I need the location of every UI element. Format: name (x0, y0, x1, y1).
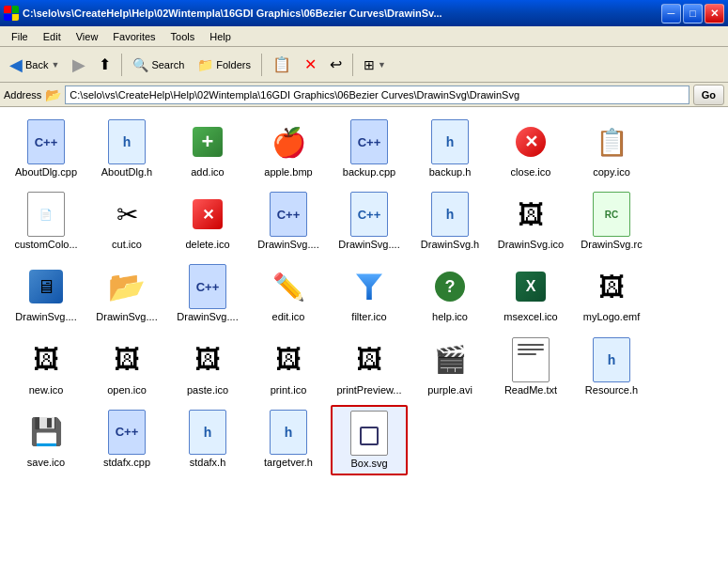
undo-button[interactable]: ↩ (324, 51, 348, 79)
file-item[interactable]: ✕ close.ico (492, 115, 569, 183)
file-item[interactable]: 💾save.ico (8, 405, 85, 475)
file-item[interactable]: 🖥 DrawinSvg.... (8, 259, 85, 328)
file-item[interactable]: C++ DrawinSvg.... (169, 259, 246, 328)
menu-file[interactable]: File (4, 29, 36, 44)
file-icon: ✕ (508, 119, 553, 164)
window-title: C:\selo\vs\CreateHelp\Help\02Wintempla\1… (23, 8, 661, 19)
file-label: msexcel.ico (503, 311, 557, 323)
file-item[interactable]: ✕ delete.ico (169, 187, 246, 256)
file-item[interactable]: h AboutDlg.h (88, 115, 165, 183)
file-item[interactable]: filter.ico (331, 259, 408, 328)
close-button[interactable]: ✕ (705, 4, 724, 23)
file-icon: 🎬 (427, 337, 472, 382)
file-label: AboutDlg.h (101, 166, 152, 179)
title-bar: C:\selo\vs\CreateHelp\Help\02Wintempla\1… (0, 0, 728, 26)
file-icon: ✕ (185, 192, 230, 237)
file-label: open.ico (107, 384, 147, 396)
file-item[interactable]: 🖼DrawinSvg.ico (492, 187, 569, 256)
file-item[interactable]: ✏️ edit.ico (250, 259, 327, 328)
file-item[interactable]: C++ backup.cpp (331, 115, 408, 183)
back-dropdown-icon: ▼ (51, 60, 59, 70)
folders-label: Folders (216, 59, 251, 70)
file-item[interactable]: h Resource.h (573, 333, 650, 401)
file-label: new.ico (29, 384, 64, 396)
file-label: delete.ico (185, 239, 229, 251)
file-icon: h (104, 119, 149, 164)
file-icon: C++ (23, 119, 69, 164)
move-button[interactable]: 📋 (267, 51, 297, 79)
back-button[interactable]: ◀ Back ▼ (4, 51, 65, 79)
file-item[interactable]: h stdafx.h (169, 405, 246, 475)
delete-button[interactable]: ✕ (299, 51, 322, 79)
file-item[interactable]: h targetver.h (250, 405, 327, 475)
address-label: Address (4, 89, 41, 101)
folders-button[interactable]: 📁 Folders (192, 51, 256, 79)
file-label: DrawinSvg.... (96, 311, 157, 323)
file-label: stdafx.h (190, 457, 226, 469)
file-item[interactable]: X msexcel.ico (492, 259, 569, 328)
file-label: print.ico (271, 384, 307, 396)
file-item[interactable]: 📂DrawinSvg.... (88, 259, 165, 328)
file-item[interactable]: 🎬purple.avi (411, 333, 488, 401)
file-label: printPreview... (336, 384, 401, 396)
svg-rect-0 (361, 427, 378, 444)
maximize-button[interactable]: □ (683, 4, 703, 23)
file-icon: h (427, 119, 472, 164)
file-icon: h (589, 337, 634, 382)
file-item[interactable]: Box.svg (331, 405, 408, 475)
file-item[interactable]: h backup.h (411, 115, 488, 183)
address-field[interactable]: C:\selo\vs\CreateHelp\Help\02Wintempla\1… (65, 85, 689, 104)
menu-favorites[interactable]: Favorites (105, 29, 163, 44)
file-icon: X (508, 264, 553, 309)
file-item[interactable]: 🖼paste.ico (169, 333, 246, 401)
folders-icon: 📁 (197, 57, 213, 72)
file-label: DrawinSvg.... (338, 239, 399, 251)
file-item[interactable]: 📋copy.ico (573, 115, 650, 183)
file-icon: C++ (185, 264, 230, 309)
file-item[interactable]: C++ DrawinSvg.... (331, 187, 408, 256)
file-icon: h (427, 192, 472, 237)
file-label: add.ico (191, 166, 224, 179)
file-icon: 💾 (23, 410, 69, 455)
file-icon: RC (589, 192, 634, 237)
toolbar: ◀ Back ▼ ▶ ⬆ 🔍 Search 📁 Folders 📋 ✕ ↩ ⊞ … (0, 47, 728, 83)
file-label: backup.cpp (343, 166, 395, 179)
forward-button[interactable]: ▶ (67, 51, 91, 79)
file-item[interactable]: C++ AboutDlg.cpp (8, 115, 85, 183)
menu-help[interactable]: Help (202, 29, 239, 44)
file-item[interactable]: RC DrawinSvg.rc (573, 187, 650, 256)
file-item[interactable]: 🖼printPreview... (331, 333, 408, 401)
file-item[interactable]: C++ DrawinSvg.... (250, 187, 327, 256)
up-button[interactable]: ⬆ (93, 51, 116, 79)
file-icon: ✏️ (266, 264, 311, 309)
views-dropdown-icon: ▼ (378, 60, 386, 70)
up-icon: ⬆ (99, 55, 111, 73)
menu-edit[interactable]: Edit (36, 29, 69, 44)
file-item[interactable]: 🖼myLogo.emf (573, 259, 650, 328)
file-icon (347, 411, 392, 456)
file-item[interactable]: ? help.ico (411, 259, 488, 328)
file-label: DrawinSvg.h (421, 239, 479, 251)
file-label: DrawinSvg.... (177, 311, 238, 323)
file-label: apple.bmp (264, 166, 312, 179)
file-item[interactable]: 🍎apple.bmp (250, 115, 327, 183)
menu-view[interactable]: View (69, 29, 106, 44)
address-value: C:\selo\vs\CreateHelp\Help\02Wintempla\1… (70, 89, 519, 101)
file-item[interactable]: 🖼print.ico (250, 333, 327, 401)
file-item[interactable]: 🖼new.ico (8, 333, 85, 401)
file-item[interactable]: 🖼open.ico (88, 333, 165, 401)
views-button[interactable]: ⊞ ▼ (358, 51, 392, 79)
file-item[interactable]: + add.ico (169, 115, 246, 183)
menu-tools[interactable]: Tools (163, 29, 203, 44)
file-label: DrawinSvg.... (257, 239, 318, 251)
file-icon: 🖼 (104, 337, 149, 382)
file-item[interactable]: h DrawinSvg.h (411, 187, 488, 256)
file-label: edit.ico (272, 311, 305, 323)
file-item[interactable]: 📄 customColo... (8, 187, 85, 256)
search-button[interactable]: 🔍 Search (127, 51, 190, 79)
file-item[interactable]: ReadMe.txt (492, 333, 569, 401)
go-button[interactable]: Go (693, 85, 724, 105)
file-item[interactable]: C++ stdafx.cpp (88, 405, 165, 475)
file-item[interactable]: ✂cut.ico (88, 187, 165, 256)
minimize-button[interactable]: ─ (661, 4, 681, 23)
